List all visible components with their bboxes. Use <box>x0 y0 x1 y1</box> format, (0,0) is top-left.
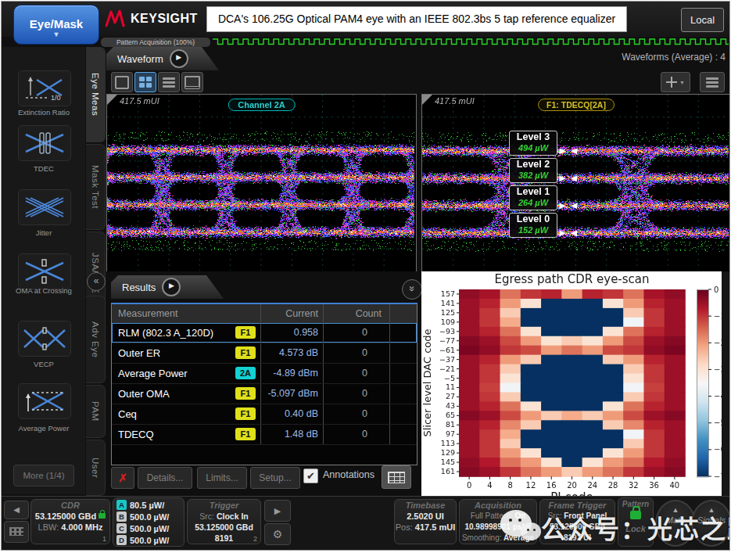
count-value: 0 <box>323 343 389 363</box>
play-icon[interactable]: ▶ <box>162 278 181 296</box>
pan-zoom-button[interactable]: ▼ <box>661 72 690 92</box>
sidebar-item-label: Jitter <box>4 228 84 237</box>
timebase-pos: 417.5 mUI <box>415 522 455 532</box>
trigger-pattern-length: 8191 <box>188 533 260 544</box>
column-measurement: Measurement <box>112 304 260 323</box>
frame-trigger-panel[interactable]: Frame Trigger Src: Front Panel 53.125000… <box>539 499 615 544</box>
oma-at-crossing-button[interactable] <box>18 253 71 289</box>
play-icon: ▶ <box>274 506 281 515</box>
tab-mask-test[interactable]: Mask Test <box>86 144 106 230</box>
up-triangle-icon: ▲ <box>657 504 694 515</box>
timebase-panel[interactable]: Timebase 2.5020 UI Pos: 417.5 mUI <box>394 499 457 544</box>
sidebar-collapse-button[interactable]: « <box>87 272 106 291</box>
table-row[interactable]: Outer ERF1 4.573 dB 0 <box>112 343 417 364</box>
delete-measurement-button[interactable]: ✗ <box>111 467 134 489</box>
hamburger-menu-icon <box>706 76 718 89</box>
play-icon[interactable]: ▶ <box>170 49 188 68</box>
table-row[interactable]: RLM (802.3 A_120D)F1 0.958 0 <box>112 323 417 343</box>
source-badge: F1 <box>235 387 256 400</box>
eye-mask-label: Eye/Mask <box>30 17 83 31</box>
run-button[interactable]: ▶ <box>264 500 291 522</box>
back-button[interactable]: ◀ <box>4 501 29 519</box>
table-row[interactable]: Average Power2A -4.89 dBm 0 <box>112 364 417 384</box>
table-row[interactable]: Outer OMAF1 -5.097 dBm 0 <box>112 384 417 404</box>
cdr-panel[interactable]: CDR 53.125000 GBd LBW: 4.000 MHz 1 <box>30 499 110 544</box>
jitter-button[interactable] <box>18 189 71 225</box>
column-current: Current <box>260 304 323 323</box>
level2-annotation: Level 2 382 µW <box>509 158 557 183</box>
eye-panel-tdecq[interactable]: 417.5 mUI F1: TDECQ[2A] Level 3 494 µW ►… <box>421 94 730 273</box>
tab-pam[interactable]: PAM <box>86 385 106 438</box>
results-table-header: Measurement Current Count <box>112 304 417 323</box>
channel-c-scale: 500.0 µW/ <box>130 524 169 533</box>
keypad-button[interactable] <box>4 521 29 543</box>
timebase-title: Timebase <box>395 501 456 511</box>
measurement-sidebar: 1/0 Extinction Ratio TDEC Jitter O <box>2 47 85 494</box>
check-icon: ✔ <box>306 470 315 482</box>
column-count: Count <box>323 304 389 323</box>
vecp-button[interactable] <box>18 321 71 357</box>
limits-button[interactable]: Limits... <box>197 467 247 489</box>
channel-a-badge: A <box>116 500 127 510</box>
back-icon: ◀ <box>13 505 20 514</box>
column-spacer <box>389 304 417 323</box>
annotations-checkbox[interactable]: ✔ <box>303 468 318 483</box>
layout-custom-button[interactable] <box>181 72 203 92</box>
table-view-button[interactable] <box>382 465 411 489</box>
table-row[interactable]: CeqF1 0.40 dB 0 <box>112 404 417 425</box>
timebase-offset-label: 417.5 mUI <box>120 96 159 106</box>
extinction-ratio-eye-icon: 1/0 <box>23 75 66 102</box>
signals-button[interactable]: ▲ Signals <box>691 500 730 547</box>
eye-mask-mode-button[interactable]: Eye/Mask ▼ <box>13 5 99 45</box>
signals-label: Signals <box>693 515 730 525</box>
results-collapse-button[interactable]: » <box>402 279 422 300</box>
category-tab-strip: Eye Meas Mask Test JSA/CRE « Adv Eye PAM… <box>86 47 106 494</box>
results-panel: Results ▶ » Measurement Current Count RL… <box>106 271 421 496</box>
frame-trigger-title: Frame Trigger <box>540 501 615 511</box>
extinction-ratio-button[interactable]: 1/0 <box>18 70 71 106</box>
status-bar: ◀ CDR 53.125000 GBd LBW: 4.000 MHz 1 A80… <box>2 496 729 551</box>
frame-length: 8191 UI <box>540 533 615 544</box>
measurement-name: RLM (802.3 A_120D) <box>118 327 213 339</box>
level3-label: Level 3 <box>510 131 557 143</box>
average-power-button[interactable] <box>18 383 71 419</box>
lock-icon <box>99 513 106 519</box>
settings-button[interactable]: ⚙ <box>264 523 291 545</box>
tab-user[interactable]: User <box>86 440 106 496</box>
tab-adv-eye[interactable]: Adv Eye <box>86 296 106 383</box>
level0-marker-icon: ►◄ <box>557 228 584 239</box>
channel-d-scale: 500.0 µW/ <box>130 536 169 545</box>
layout-single-button[interactable] <box>111 72 133 92</box>
math-button[interactable]: ▲ Math <box>655 500 696 547</box>
tab-eye-meas[interactable]: Eye Meas <box>86 47 106 142</box>
trigger-panel[interactable]: Trigger Src: Clock In 53.125000 GBd 8191… <box>187 499 261 544</box>
acquisition-panel[interactable]: Acquisition Full Pattern: On 10.98998901… <box>459 499 537 544</box>
table-row[interactable]: TDECQF1 1.48 dB 0 <box>112 425 417 445</box>
cdr-eyescan-chart <box>421 271 722 504</box>
results-tab[interactable]: Results ▶ <box>111 275 224 299</box>
custom-layout-icon <box>185 76 200 89</box>
count-value: 0 <box>323 384 389 404</box>
local-button[interactable]: Local <box>681 8 724 32</box>
count-value: 0 <box>323 425 389 444</box>
smoothing-label: Smoothing: <box>462 533 502 542</box>
layout-quad-button[interactable] <box>134 72 156 92</box>
svg-text:1/0: 1/0 <box>51 94 61 102</box>
right-edge-strip <box>722 271 729 504</box>
layout-rows-button[interactable] <box>158 72 180 92</box>
waveform-tab[interactable]: Waveform ▶ <box>106 47 219 70</box>
details-button[interactable]: Details... <box>138 467 192 489</box>
pattern-lock-panel[interactable]: Pattern Lock <box>618 497 654 547</box>
more-measurements-button[interactable]: More (1/4) <box>13 465 74 486</box>
rows-layout-icon <box>163 76 175 89</box>
sidebar-item-label: Average Power <box>4 424 84 433</box>
tdec-button[interactable] <box>18 125 71 161</box>
full-pattern-value: On <box>514 512 525 520</box>
sidebar-item-label: OMA at Crossing <box>4 286 84 295</box>
waveform-menu-button[interactable] <box>700 72 725 92</box>
channels-panel[interactable]: A80.5 µW/ B500.0 µW/ C500.0 µW/ D500.0 µ… <box>113 497 185 547</box>
setup-button[interactable]: Setup... <box>250 467 300 489</box>
eye-panel-channel2a[interactable]: 417.5 mUI Channel 2A <box>106 94 417 273</box>
title-banner: DCA's 106.25G Optical PAM4 eye with an I… <box>206 6 627 32</box>
panel-corner-number: 2 <box>253 535 257 543</box>
